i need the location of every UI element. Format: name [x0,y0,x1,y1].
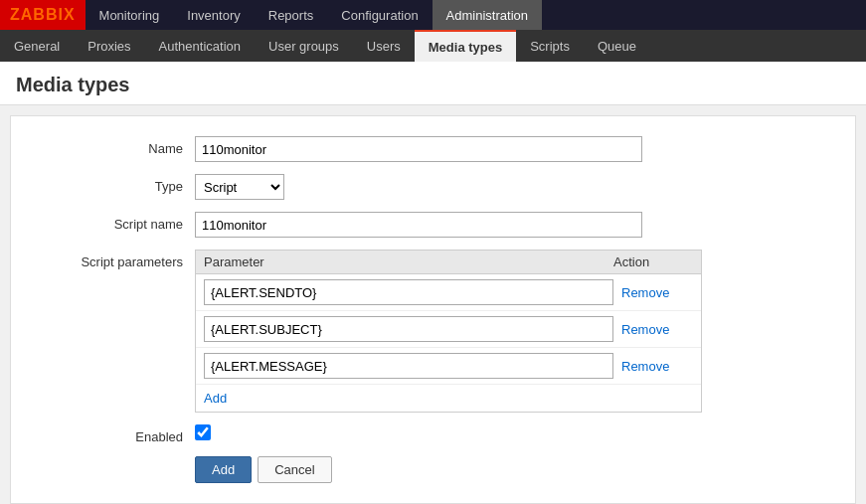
name-input[interactable] [195,136,642,162]
param-input-3[interactable] [204,353,613,379]
logo-text: ZABBIX [10,6,76,24]
sub-navbar: General Proxies Authentication User grou… [0,30,866,62]
cancel-button[interactable]: Cancel [258,456,331,483]
param-row-2: Remove [196,311,701,348]
name-label: Name [21,136,195,156]
add-button[interactable]: Add [195,456,252,483]
name-row: Name [21,136,845,162]
nav-administration[interactable]: Administration [433,0,542,30]
form-container: Name Type Script Email SMS Jabber Ez Tex… [10,115,856,504]
script-params-label: Script parameters [21,250,195,269]
subnav-mediatypes[interactable]: Media types [415,30,516,62]
page-title: Media types [0,62,866,105]
remove-link-2[interactable]: Remove [613,322,693,337]
type-select[interactable]: Script Email SMS Jabber Ez Texting [195,174,284,200]
remove-link-1[interactable]: Remove [613,285,693,300]
nav-inventory[interactable]: Inventory [173,0,254,30]
type-row: Type Script Email SMS Jabber Ez Texting [21,174,845,200]
params-header: Parameter Action [196,251,701,274]
top-navbar: ZABBIX Monitoring Inventory Reports Conf… [0,0,866,30]
param-header-label: Parameter [204,254,613,269]
remove-link-3[interactable]: Remove [613,359,693,374]
type-label: Type [21,174,195,194]
name-field-wrapper [195,136,845,162]
subnav-general[interactable]: General [0,30,74,62]
enabled-row: Enabled [21,424,845,444]
subnav-scripts[interactable]: Scripts [516,30,584,62]
nav-monitoring[interactable]: Monitoring [86,0,174,30]
script-params-row: Script parameters Parameter Action Remov… [21,250,845,413]
param-input-2[interactable] [204,316,613,342]
subnav-users[interactable]: Users [353,30,415,62]
enabled-label: Enabled [21,424,195,444]
param-row-1: Remove [196,274,701,311]
type-field-wrapper: Script Email SMS Jabber Ez Texting [195,174,845,200]
enabled-checkbox[interactable] [195,424,211,440]
logo: ZABBIX [0,0,86,30]
script-name-label: Script name [21,212,195,232]
subnav-proxies[interactable]: Proxies [74,30,144,62]
top-nav-items: Monitoring Inventory Reports Configurati… [86,0,542,30]
nav-configuration[interactable]: Configuration [327,0,432,30]
script-name-field-wrapper [195,212,845,238]
page-content: Media types Name Type Script Email SMS J… [0,62,866,504]
script-params-wrapper: Parameter Action Remove Remove [195,250,845,413]
buttons-row: Add Cancel [21,456,845,483]
subnav-authentication[interactable]: Authentication [145,30,255,62]
script-name-row: Script name [21,212,845,238]
script-name-input[interactable] [195,212,642,238]
param-row-3: Remove [196,348,701,385]
add-param-link[interactable]: Add [196,385,701,412]
params-table: Parameter Action Remove Remove [195,250,702,413]
subnav-usergroups[interactable]: User groups [255,30,353,62]
action-header-label: Action [613,254,693,269]
nav-reports[interactable]: Reports [255,0,328,30]
subnav-queue[interactable]: Queue [584,30,650,62]
enabled-field-wrapper [195,424,845,443]
param-input-1[interactable] [204,279,613,305]
